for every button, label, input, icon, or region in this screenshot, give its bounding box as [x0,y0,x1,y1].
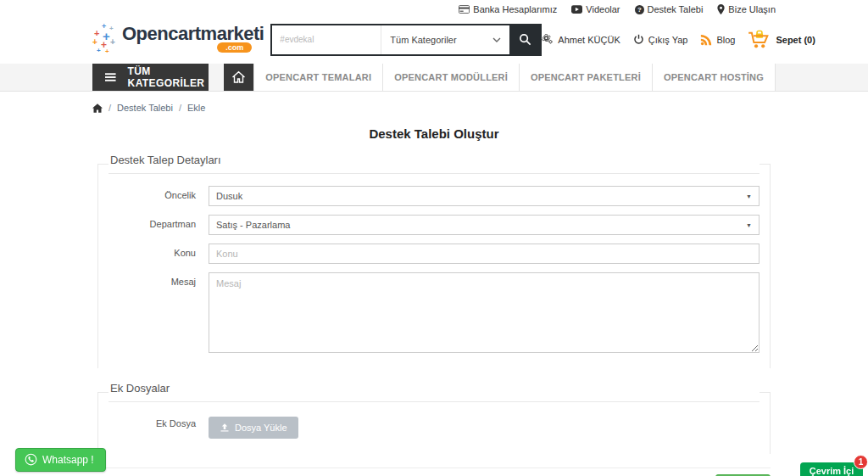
chevron-down-icon [492,37,501,42]
upload-button-label: Dosya Yükle [235,423,287,433]
location-icon [717,4,725,14]
logo-com-badge: .com [217,42,252,53]
subject-input[interactable] [209,244,760,264]
breadcrumb-ekle[interactable]: Ekle [187,103,205,113]
chat-notification-badge: 1 [854,455,868,469]
nav-item-hosting[interactable]: OPENCART HOSTİNG [653,64,776,91]
department-select[interactable]: Satış - Pazarlama ▼ [209,215,760,235]
all-categories-label: TÜM KATEGORİLER [128,65,209,89]
search-icon [519,33,531,46]
department-value: Satış - Pazarlama [216,220,290,230]
priority-label: Öncelik [108,186,209,206]
department-row: Departman Satış - Pazarlama ▼ [108,215,760,235]
logout-link[interactable]: Çıkış Yap [633,34,688,45]
account-links: Ahmet KÜÇÜK Çıkış Yap Blog Sepet (0) [542,30,815,50]
topbar-link-videos[interactable]: Videolar [571,4,620,14]
page-title: Destek Talebi Oluştur [92,126,776,141]
attachment-row: Ek Dosya Dosya Yükle [108,414,760,439]
attachments-fieldset: Ek Dosyalar Ek Dosya Dosya Yükle [97,382,771,454]
cart-count-label: Sepet (0) [776,35,815,45]
power-icon [633,34,644,45]
main-nav: TÜM KATEGORİLER OPENCART TEMALARI OPENCA… [0,64,868,92]
hamburger-icon [105,72,116,82]
search-category-value: Tüm Kategoriler [390,35,456,45]
breadcrumb-destek-talebi[interactable]: Destek Talebi [117,103,173,113]
all-categories-button[interactable]: TÜM KATEGORİLER [92,64,209,91]
svg-text:?: ? [637,6,642,14]
message-textarea[interactable] [209,272,760,353]
nav-item-temalari[interactable]: OPENCART TEMALARI [253,64,383,91]
bank-card-icon [459,5,470,14]
details-legend: Destek Talep Detayları [108,154,760,174]
department-label: Departman [108,215,209,235]
form-actions: Devam [97,468,771,476]
select-arrow-icon: ▼ [746,193,752,199]
upload-icon [220,423,230,433]
rss-icon [700,34,712,46]
search-button[interactable] [509,25,540,54]
message-label: Mesaj [108,272,209,353]
search-input[interactable] [272,25,381,54]
account-user-name: Ahmet KÜÇÜK [558,35,620,45]
search-category-select[interactable]: Tüm Kategoriler [381,25,509,54]
logo-text: Opencartmarketi [122,23,264,44]
topbar-link-bank-accounts[interactable]: Banka Hesaplarımız [459,4,557,14]
logout-label: Çıkış Yap [648,35,688,45]
select-arrow-icon: ▼ [746,222,752,228]
topbar-link-contact[interactable]: Bize Ulaşın [717,4,776,14]
attachments-legend: Ek Dosyalar [108,382,760,402]
subject-row: Konu [108,244,760,264]
breadcrumb-separator: / [179,103,181,113]
details-fieldset: Destek Talep Detayları Öncelik Dusuk ▼ D… [97,154,771,368]
whatsapp-icon [25,453,37,466]
upload-file-button[interactable]: Dosya Yükle [209,417,298,439]
home-icon [231,70,246,84]
live-chat-tab[interactable]: Çevrim İçi 1 [800,462,863,476]
message-row: Mesaj [108,272,760,353]
topbar-link-label: Bize Ulaşın [728,4,776,14]
topbar-link-label: Destek Talebi [648,4,704,14]
blog-label: Blog [716,35,735,45]
whatsapp-label: Whatsapp ! [42,454,94,466]
subject-label: Konu [108,244,209,264]
chat-status-label: Çevrim İçi [810,466,854,476]
nav-item-paketleri[interactable]: OPENCART PAKETLERİ [520,64,653,91]
nav-item-modulleri[interactable]: OPENCART MODÜLLERİ [383,64,520,91]
topbar-link-label: Banka Hesaplarımız [473,4,557,14]
gears-icon [542,34,554,45]
topbar: Banka Hesaplarımız Videolar ? Destek Tal… [0,3,868,15]
home-breadcrumb-icon[interactable] [92,104,103,113]
cart-link[interactable]: Sepet (0) [748,30,815,50]
question-icon: ? [635,5,644,14]
home-nav-button[interactable] [224,64,253,91]
priority-value: Dusuk [216,191,242,201]
header: + + + + + + + + + Opencartmarketi .com T… [0,15,868,64]
topbar-link-label: Videolar [586,4,620,14]
account-user-link[interactable]: Ahmet KÜÇÜK [542,34,620,45]
whatsapp-button[interactable]: Whatsapp ! [15,448,106,472]
logo[interactable]: + + + + + + + + + Opencartmarketi .com [92,23,264,57]
priority-select[interactable]: Dusuk ▼ [209,186,760,206]
blog-link[interactable]: Blog [700,34,735,46]
breadcrumb: / Destek Talebi / Ekle [92,92,776,118]
logo-plus-cluster-icon: + + + + + + + + + [92,23,120,57]
topbar-link-support[interactable]: ? Destek Talebi [635,4,704,14]
breadcrumb-separator: / [108,103,111,113]
attachment-label: Ek Dosya [108,414,209,439]
priority-row: Öncelik Dusuk ▼ [108,186,760,206]
cart-icon [748,30,771,50]
search-bar: Tüm Kategoriler [270,24,542,56]
nav-items: OPENCART TEMALARI OPENCART MODÜLLERİ OPE… [253,64,776,91]
video-icon [571,5,582,14]
